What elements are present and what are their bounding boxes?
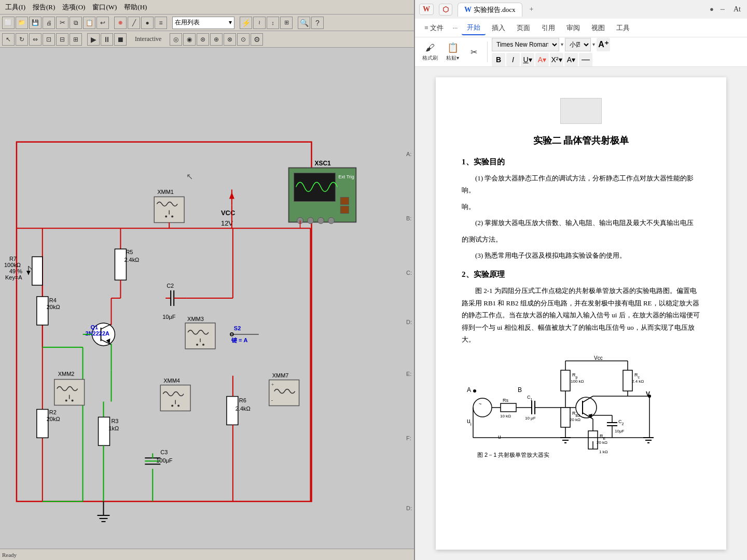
tb-copy-btn[interactable]: ⧉ [70,17,82,29]
svg-text:E:: E: [406,371,411,377]
tb-mirror-btn[interactable]: ⇔ [29,33,42,46]
tb-save-btn[interactable]: 💾 [29,17,42,29]
format-brush-btn[interactable]: 🖌 格式刷 [419,39,441,64]
dropdown-arrow: ▾ [229,19,232,26]
tb-zoom-btn[interactable]: 🔍 [298,17,310,29]
format-brush-icon: 🖌 [425,43,435,53]
svg-text:F:: F: [406,435,411,441]
tb-probe4-btn[interactable]: ⊕ [210,33,223,46]
font-grow-btn[interactable]: A⁺ [597,38,610,51]
stop-button[interactable]: ⏹ [114,33,127,46]
pause-button[interactable]: ⏸ [101,33,113,46]
svg-text:10 kΩ: 10 kΩ [500,414,511,418]
minimize-btn[interactable]: − [716,3,729,16]
svg-rect-79 [99,417,110,445]
more-btn[interactable]: — [579,53,592,66]
word-menu-reference[interactable]: 引用 [536,21,560,35]
word-menu-page[interactable]: 页面 [511,21,535,35]
section1-title: 1、实验目的 [462,157,700,167]
tb-open-btn[interactable]: 📁 [16,17,28,29]
svg-rect-64 [185,323,215,349]
font-name-select[interactable]: Times New Roman [492,38,559,51]
tb-probe2-btn[interactable]: ◉ [183,33,196,46]
underline-btn[interactable]: U▾ [521,53,534,66]
svg-text:R5: R5 [126,249,133,255]
tb-group-btn[interactable]: ⊡ [43,33,55,46]
svg-text:100 kΩ: 100 kΩ [571,379,584,384]
word-menu-dots[interactable]: ··· [450,22,461,34]
tb-cut-btn[interactable]: ✂ [56,17,68,29]
word-menu-start[interactable]: 开始 [462,21,486,35]
svg-point-77 [177,404,179,407]
svg-rect-132 [501,403,516,412]
svg-text:键 = A: 键 = A [231,337,248,343]
toolbar-dropdown[interactable]: 在用列表 ▾ [172,17,234,29]
italic-btn[interactable]: I [506,53,520,66]
tb-probe6-btn[interactable]: ⊙ [237,33,250,46]
tb-align-btn[interactable]: ⊞ [70,33,82,46]
tb-probe3-btn[interactable]: ⊛ [197,33,209,46]
dropdown-label: 在用列表 [175,18,200,27]
play-button[interactable]: ▶ [87,33,100,46]
svg-text:D:: D: [406,319,412,325]
font-size-select[interactable]: 小四 [565,38,591,51]
tb-paste-btn[interactable]: 📋 [83,17,95,29]
word-menu-tools[interactable]: 工具 [611,21,635,35]
circuit-canvas-area[interactable]: A: B: C: D: E: F: D: VCC 12V [0,48,414,549]
cut-icon-btn[interactable]: ✂ [464,39,483,64]
word-menu-file[interactable]: ≡ 文件 [419,21,449,35]
svg-text:100μF: 100μF [156,457,173,464]
svg-point-45 [72,400,74,402]
word-content-area[interactable]: 实验二 晶体管共射极单 1、实验目的 (1) 学会放大器静态工作点的调试方法，分… [415,67,747,560]
tb-junction-btn[interactable]: ● [141,17,154,29]
menu-options[interactable]: 选项(O) [59,2,88,13]
tb-sim-btn1[interactable]: ⚡ [240,17,252,29]
format-buttons-row: B I U▾ A▾ X²▾ A▾ — [492,53,610,66]
circuit-diagram-svg: A ui ~ Rs 10 kΩ B [462,356,700,459]
tb-sim-btn4[interactable]: ⊞ [280,17,293,29]
title-actions: ● − At [710,3,743,16]
svg-text:XMM7: XMM7 [272,372,289,379]
svg-text:2N2222A: 2N2222A [86,330,109,337]
svg-rect-17 [115,249,126,280]
tb-print-btn[interactable]: 🖨 [43,17,55,29]
superscript-btn[interactable]: X²▾ [550,53,563,66]
section2-para1: 图 2-1 为四阻分压式工作点稳定的共射极单管放大器的实验电路图。偏置电路采用 … [462,285,700,345]
bold-btn[interactable]: B [492,53,505,66]
tb-undo-btn[interactable]: ↩ [96,17,109,29]
svg-text:Key=A: Key=A [5,274,22,281]
tb-sim-btn3[interactable]: ↕ [267,17,279,29]
word-menu-insert[interactable]: 插入 [487,21,510,35]
tb-ungroup-btn[interactable]: ⊟ [56,33,68,46]
svg-text:u: u [498,434,501,440]
highlight-btn[interactable]: A▾ [564,53,578,66]
tb-probe1-btn[interactable]: ◎ [170,33,182,46]
svg-text:A: A [467,386,471,394]
menu-tools[interactable]: 工具(I) [2,2,29,13]
tb-probe5-btn[interactable]: ⊗ [224,33,236,46]
tb-sim-btn2[interactable]: ≀ [253,17,266,29]
svg-text:R4: R4 [49,297,57,303]
paste-btn[interactable]: 📋 粘贴▾ [443,39,462,64]
tb-settings-btn[interactable]: ⚙ [251,33,263,46]
menu-help[interactable]: 帮助(H) [121,2,150,13]
svg-rect-144 [561,370,570,391]
ribbon-sep1 [487,41,488,62]
new-tab-btn[interactable]: + [525,3,538,16]
tb-new-btn[interactable]: ⬜ [2,17,15,29]
word-toolbar-row: 🖌 格式刷 📋 粘贴▾ ✂ Times New Roman ▾ [415,37,747,66]
menu-report[interactable]: 报告(R) [30,2,58,13]
word-menu-review[interactable]: 审阅 [561,21,585,35]
svg-text:Q1: Q1 [91,324,99,330]
tb-component-btn[interactable]: ⊕ [114,17,127,29]
tb-wire-btn[interactable]: ╱ [128,17,140,29]
menu-window[interactable]: 窗口(W) [89,2,120,13]
tb-help-btn[interactable]: ? [311,17,324,29]
font-color-btn[interactable]: A▾ [535,53,549,66]
tb-bus-btn[interactable]: ≡ [155,17,167,29]
word-active-tab[interactable]: W 实验报告.docx [458,3,522,17]
tb-select-btn[interactable]: ↖ [2,33,15,46]
tb-rotate-btn[interactable]: ↻ [16,33,28,46]
word-menu-view[interactable]: 视图 [586,21,610,35]
svg-rect-100 [154,197,184,222]
